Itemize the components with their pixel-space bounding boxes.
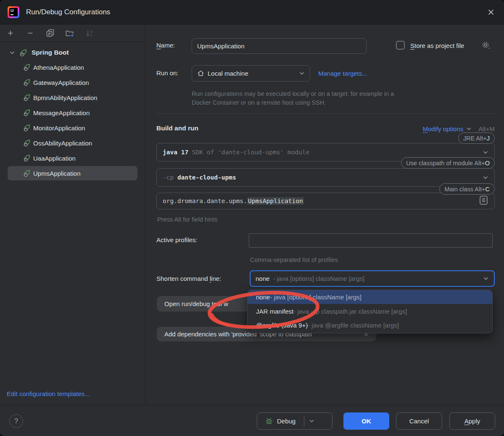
dialog-title: Run/Debug Configurations	[26, 8, 110, 16]
run-on-help-text: Run configurations may be executed local…	[192, 90, 394, 107]
classpath-hint-pill: Use classpath of module Alt+O	[401, 157, 495, 169]
chevron-down-icon	[466, 127, 472, 131]
chevron-down-icon	[299, 71, 305, 75]
intellij-logo-icon: IJ	[8, 6, 19, 18]
run-on-label: Run on:	[156, 69, 179, 77]
active-profiles-help: Comma-separated list of profiles	[250, 256, 338, 264]
run-on-value: Local machine	[208, 70, 248, 77]
press-alt-hint: Press Alt for field hints	[157, 215, 217, 224]
spring-boot-leaf-icon	[23, 169, 31, 177]
name-label: Name:	[156, 42, 175, 49]
cancel-button[interactable]: Cancel	[396, 412, 442, 430]
chevron-down-icon	[9, 51, 15, 55]
title-bar: IJ Run/Debug Configurations	[0, 0, 504, 24]
store-as-project-label: Store as project file	[410, 42, 464, 49]
configuration-tree: Spring Boot AthenaApplication GatewayApp…	[0, 45, 145, 181]
tree-item-label: MonitorApplication	[33, 124, 85, 132]
tree-item-message[interactable]: MessageApplication	[0, 105, 145, 120]
tree-item-label: AthenaApplication	[33, 64, 84, 71]
spring-boot-leaf-icon	[23, 78, 31, 87]
debug-button-label: Debug	[277, 418, 296, 425]
run-debug-configurations-dialog: IJ Run/Debug Configurations + −	[0, 0, 504, 436]
list-browse-icon[interactable]	[479, 195, 488, 207]
ok-button[interactable]: OK	[343, 412, 389, 430]
shorten-dropdown-popup: none - java [options] className [args] J…	[247, 290, 493, 333]
tree-item-label: UaaApplication	[33, 155, 76, 162]
home-icon	[197, 70, 204, 77]
question-mark-icon: ?	[14, 418, 18, 425]
shorten-command-line-label: Shorten command line:	[156, 275, 221, 282]
spring-boot-leaf-icon	[23, 63, 31, 71]
active-profiles-input[interactable]	[249, 233, 493, 248]
jre-hint-pill: JRE Alt+J	[458, 132, 495, 144]
help-button[interactable]: ?	[9, 414, 23, 428]
sidebar-toolbar: + −	[0, 24, 145, 42]
new-folder-icon[interactable]	[65, 29, 74, 38]
spring-boot-leaf-icon	[23, 93, 31, 102]
main-class-input[interactable]: org.dromara.dante.upms.UpmsApplication	[156, 193, 495, 209]
tree-item-bpmn[interactable]: BpmnAbilityApplication	[0, 90, 145, 105]
shorten-command-line-select[interactable]: none - java [options] className [args]	[250, 270, 495, 287]
store-as-project-checkbox[interactable]	[396, 41, 405, 50]
chevron-down-icon	[483, 151, 488, 154]
gear-icon[interactable]	[481, 41, 490, 51]
config-form: Name: Store as project file Run on: Loca…	[145, 24, 504, 405]
remove-configuration-icon[interactable]: −	[26, 29, 35, 38]
section-divider	[156, 114, 495, 114]
sort-alphabetically-icon[interactable]: a z	[85, 29, 94, 38]
tree-item-monitor[interactable]: MonitorApplication	[0, 120, 145, 135]
spring-boot-leaf-icon	[23, 108, 31, 117]
chevron-down-icon	[309, 419, 314, 423]
modify-options-link[interactable]: Modify options	[423, 125, 464, 132]
spring-boot-leaf-icon	[23, 154, 31, 162]
active-profiles-label: Active profiles:	[156, 236, 198, 243]
debug-split-button[interactable]: Debug	[257, 412, 332, 430]
tree-item-label: GatewayApplication	[33, 79, 89, 86]
build-and-run-title: Build and run	[156, 124, 198, 132]
chevron-down-icon	[483, 176, 488, 180]
copy-icon[interactable]	[45, 29, 55, 38]
tree-item-label: MessageApplication	[33, 109, 90, 116]
tree-item-ossability[interactable]: OssAbilityApplication	[0, 135, 145, 151]
name-input[interactable]	[192, 38, 367, 54]
dropdown-option-none[interactable]: none - java [options] className [args]	[248, 290, 492, 304]
modify-options-shortcut: Alt+M	[478, 125, 495, 132]
dropdown-option-jar-manifest[interactable]: JAR manifest - java -cp classpath.jar cl…	[248, 304, 492, 318]
dropdown-option-argfile[interactable]: @argfile (Java 9+) - java @argfile class…	[248, 318, 492, 332]
sidebar: + −	[0, 24, 145, 405]
spring-boot-leaf-icon	[23, 124, 31, 132]
apply-button[interactable]: Apply	[449, 412, 495, 430]
tree-item-label: OssAbilityApplication	[33, 140, 92, 147]
spring-boot-leaf-icon	[19, 48, 28, 57]
modify-options-row: Modify options Alt+M	[423, 125, 495, 132]
add-configuration-icon[interactable]: +	[6, 29, 15, 38]
tree-item-athena[interactable]: AthenaApplication	[0, 60, 145, 75]
tree-item-label: UpmsApplication	[33, 170, 81, 177]
main-class-hint-pill: Main class Alt+C	[439, 183, 495, 195]
edit-templates-link[interactable]: Edit configuration templates...	[7, 390, 90, 397]
chevron-down-icon	[483, 277, 489, 280]
tree-item-gateway[interactable]: GatewayApplication	[0, 75, 145, 90]
tree-item-spring-boot[interactable]: Spring Boot	[0, 45, 145, 60]
debug-bug-icon	[265, 417, 273, 425]
close-icon[interactable]	[485, 6, 497, 18]
run-on-select[interactable]: Local machine	[192, 65, 310, 82]
tree-root-label: Spring Boot	[32, 49, 69, 56]
dialog-footer: ? Debug OK Cancel Apply	[0, 405, 504, 436]
tree-item-uaa[interactable]: UaaApplication	[0, 151, 145, 166]
tree-item-upms-selected[interactable]: UpmsApplication	[8, 166, 137, 180]
tree-item-label: BpmnAbilityApplication	[33, 94, 98, 101]
spring-boot-leaf-icon	[23, 139, 31, 147]
manage-targets-link[interactable]: Manage targets...	[318, 70, 367, 77]
debug-dropdown-arrow[interactable]	[304, 413, 319, 429]
svg-text:z: z	[90, 33, 92, 37]
